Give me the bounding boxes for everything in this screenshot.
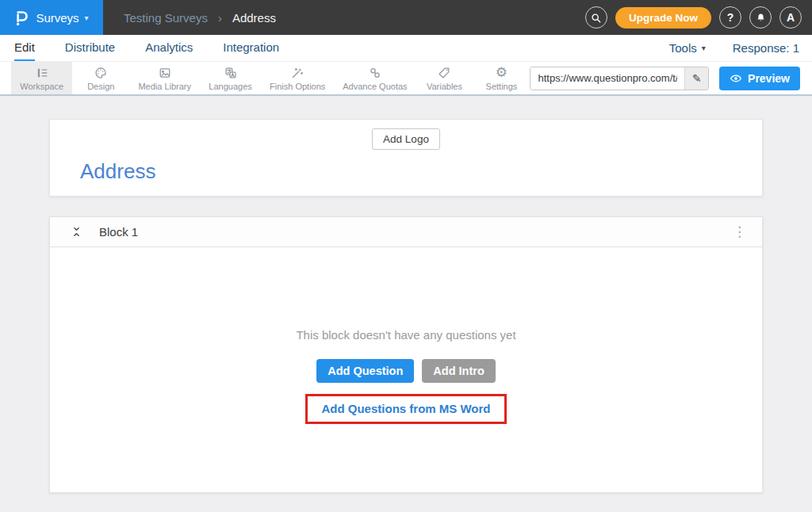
help-button[interactable]: ? bbox=[719, 6, 741, 29]
breadcrumb: Testing Surveys › Address bbox=[124, 11, 276, 25]
section-tabbar: Edit Distribute Analytics Integration To… bbox=[0, 35, 812, 62]
toolbar-item-advance-quotas[interactable]: Advance Quotas bbox=[334, 62, 416, 94]
logo-row: Add Logo bbox=[50, 120, 762, 150]
preview-label: Preview bbox=[748, 72, 790, 85]
block-body: This block doesn't have any questions ye… bbox=[50, 247, 762, 492]
design-icon bbox=[94, 66, 108, 80]
survey-editor-main: Add Logo Address Block 1 ⋮ This block do… bbox=[0, 96, 812, 493]
add-logo-button[interactable]: Add Logo bbox=[372, 128, 440, 150]
block-header: Block 1 ⋮ bbox=[50, 217, 762, 247]
tab-edit[interactable]: Edit bbox=[14, 35, 35, 61]
languages-icon bbox=[224, 66, 238, 80]
toolbar-item-media-library[interactable]: Media Library bbox=[129, 62, 200, 94]
eye-icon bbox=[730, 72, 742, 85]
toolbar-item-label: Variables bbox=[427, 82, 462, 91]
variables-icon bbox=[437, 66, 451, 80]
toolbar-item-settings[interactable]: ⚙ Settings bbox=[473, 62, 530, 94]
toolbar-item-label: Languages bbox=[209, 82, 251, 91]
red-highlight-box: Add Questions from MS Word bbox=[305, 394, 506, 424]
tabbar-right: Tools ▾ Response: 1 bbox=[669, 35, 799, 61]
block-card: Block 1 ⋮ This block doesn't have any qu… bbox=[49, 216, 763, 493]
block-actions-row: Add Question Add Intro bbox=[316, 359, 496, 383]
finish-options-icon bbox=[290, 66, 304, 80]
add-question-button[interactable]: Add Question bbox=[316, 359, 414, 383]
block-title[interactable]: Block 1 bbox=[99, 225, 138, 239]
add-questions-from-ms-word-link[interactable]: Add Questions from MS Word bbox=[321, 402, 490, 415]
questionpro-logo-icon bbox=[14, 8, 30, 27]
toolbar-item-label: Workspace bbox=[20, 82, 63, 91]
editor-toolbar: Workspace Design Media Library bbox=[0, 62, 812, 96]
edit-url-button[interactable]: ✎ bbox=[684, 67, 708, 90]
survey-url-input[interactable] bbox=[530, 67, 684, 90]
add-intro-button[interactable]: Add Intro bbox=[422, 359, 495, 383]
media-library-icon bbox=[158, 66, 172, 80]
toolbar-item-design[interactable]: Design bbox=[72, 62, 129, 94]
search-icon bbox=[590, 12, 602, 24]
account-avatar[interactable]: A bbox=[779, 6, 802, 29]
toolbar-item-languages[interactable]: Languages bbox=[200, 62, 261, 94]
pencil-icon: ✎ bbox=[692, 72, 702, 85]
breadcrumb-parent[interactable]: Testing Surveys bbox=[124, 11, 208, 25]
toolbar-item-variables[interactable]: Variables bbox=[416, 62, 473, 94]
empty-block-message: This block doesn't have any questions ye… bbox=[296, 328, 515, 342]
tools-label: Tools bbox=[669, 41, 697, 55]
ellipsis-vertical-icon: ⋮ bbox=[733, 224, 746, 239]
block-options-menu[interactable]: ⋮ bbox=[733, 224, 746, 240]
breadcrumb-separator-icon: › bbox=[218, 11, 222, 25]
tools-menu[interactable]: Tools ▾ bbox=[669, 41, 706, 55]
survey-header-card: Add Logo Address bbox=[49, 119, 763, 197]
toolbar-item-workspace[interactable]: Workspace bbox=[11, 62, 72, 94]
notifications-button[interactable] bbox=[749, 6, 772, 29]
chevron-down-icon: ▾ bbox=[85, 13, 89, 22]
tab-integration[interactable]: Integration bbox=[223, 35, 279, 61]
topbar: Surveys ▾ Testing Surveys › Address Upgr… bbox=[0, 0, 812, 35]
toolbar-item-label: Design bbox=[87, 82, 114, 91]
chevron-down-icon: ▾ bbox=[702, 44, 706, 52]
survey-title[interactable]: Address bbox=[80, 159, 762, 184]
search-button[interactable] bbox=[585, 6, 607, 29]
upgrade-now-button[interactable]: Upgrade Now bbox=[615, 7, 711, 29]
survey-url-group: ✎ bbox=[530, 67, 709, 90]
toolbar-item-label: Finish Options bbox=[270, 82, 325, 91]
advance-quotas-icon bbox=[368, 66, 382, 80]
toolbar-item-finish-options[interactable]: Finish Options bbox=[261, 62, 334, 94]
tab-distribute[interactable]: Distribute bbox=[65, 35, 115, 61]
toolbar-item-label: Advance Quotas bbox=[343, 82, 407, 91]
preview-button[interactable]: Preview bbox=[719, 67, 800, 90]
response-count[interactable]: Response: 1 bbox=[733, 41, 799, 55]
collapse-block-icon[interactable] bbox=[71, 226, 82, 238]
toolbar-item-label: Media Library bbox=[138, 82, 191, 91]
tab-analytics[interactable]: Analytics bbox=[145, 35, 193, 61]
workspace-icon bbox=[35, 66, 49, 80]
topbar-actions: Upgrade Now ? A bbox=[585, 6, 812, 29]
breadcrumb-current: Address bbox=[232, 11, 276, 25]
surveys-product-menu[interactable]: Surveys ▾ bbox=[0, 0, 103, 35]
settings-gear-icon: ⚙ bbox=[496, 66, 508, 80]
product-name: Surveys bbox=[36, 11, 79, 25]
bell-icon bbox=[755, 12, 767, 24]
toolbar-item-label: Settings bbox=[486, 82, 518, 91]
